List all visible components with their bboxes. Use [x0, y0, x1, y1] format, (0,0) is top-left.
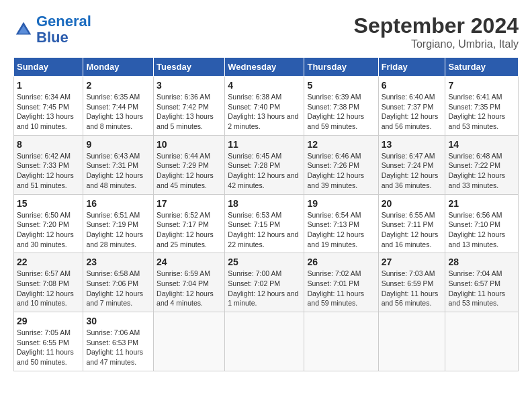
day-info: Sunrise: 6:56 AMSunset: 7:10 PMDaylight:…: [448, 210, 515, 250]
calendar-row: 15Sunrise: 6:50 AMSunset: 7:20 PMDayligh…: [14, 194, 519, 253]
column-header-thursday: Thursday: [304, 58, 378, 77]
calendar-cell: 21Sunrise: 6:56 AMSunset: 7:10 PMDayligh…: [445, 194, 519, 253]
title-section: September 2024 Torgiano, Umbria, Italy: [354, 13, 519, 50]
calendar-cell: 15Sunrise: 6:50 AMSunset: 7:20 PMDayligh…: [14, 194, 83, 253]
day-info: Sunrise: 6:51 AMSunset: 7:19 PMDaylight:…: [86, 210, 150, 250]
day-info: Sunrise: 6:57 AMSunset: 7:08 PMDaylight:…: [17, 269, 80, 308]
day-number: 14: [448, 139, 515, 150]
calendar-cell: 27Sunrise: 7:03 AMSunset: 6:59 PMDayligh…: [378, 253, 445, 312]
day-info: Sunrise: 6:36 AMSunset: 7:42 PMDaylight:…: [157, 92, 222, 132]
calendar-cell: 16Sunrise: 6:51 AMSunset: 7:19 PMDayligh…: [83, 194, 154, 253]
day-info: Sunrise: 7:05 AMSunset: 6:55 PMDaylight:…: [17, 328, 80, 367]
day-info: Sunrise: 6:39 AMSunset: 7:38 PMDaylight:…: [307, 92, 375, 132]
logo-text: General Blue: [36, 13, 91, 46]
day-number: 10: [157, 139, 222, 150]
day-number: 13: [382, 139, 443, 150]
day-number: 2: [86, 80, 150, 91]
calendar-cell: 3Sunrise: 6:36 AMSunset: 7:42 PMDaylight…: [154, 77, 225, 136]
day-number: 25: [228, 257, 301, 267]
logo-icon: [13, 19, 34, 40]
calendar-cell: 28Sunrise: 7:04 AMSunset: 6:57 PMDayligh…: [445, 253, 519, 312]
day-number: 20: [382, 198, 443, 209]
column-header-tuesday: Tuesday: [154, 58, 225, 77]
calendar-cell: [304, 312, 378, 371]
calendar-cell: [154, 312, 225, 371]
day-number: 12: [307, 139, 375, 150]
calendar-cell: 23Sunrise: 6:58 AMSunset: 7:06 PMDayligh…: [83, 253, 154, 312]
calendar-cell: 13Sunrise: 6:47 AMSunset: 7:24 PMDayligh…: [378, 135, 445, 194]
logo-line2: Blue: [36, 29, 69, 46]
calendar-cell: [225, 312, 304, 371]
calendar-cell: 14Sunrise: 6:48 AMSunset: 7:22 PMDayligh…: [445, 135, 519, 194]
day-number: 11: [228, 139, 301, 150]
logo-line1: General: [36, 13, 91, 30]
day-info: Sunrise: 6:55 AMSunset: 7:11 PMDaylight:…: [382, 210, 443, 250]
day-number: 29: [17, 316, 80, 326]
day-number: 26: [307, 257, 375, 267]
day-number: 22: [17, 257, 80, 267]
day-number: 16: [86, 198, 150, 209]
calendar-row: 1Sunrise: 6:34 AMSunset: 7:45 PMDaylight…: [14, 77, 519, 136]
day-info: Sunrise: 6:54 AMSunset: 7:13 PMDaylight:…: [307, 210, 375, 250]
day-info: Sunrise: 6:43 AMSunset: 7:31 PMDaylight:…: [86, 151, 150, 191]
page-title: September 2024: [354, 13, 519, 38]
column-header-wednesday: Wednesday: [225, 58, 304, 77]
logo: General Blue: [13, 13, 91, 46]
calendar-cell: 6Sunrise: 6:40 AMSunset: 7:37 PMDaylight…: [378, 77, 445, 136]
calendar-cell: 5Sunrise: 6:39 AMSunset: 7:38 PMDaylight…: [304, 77, 378, 136]
day-info: Sunrise: 6:38 AMSunset: 7:40 PMDaylight:…: [228, 92, 301, 132]
day-info: Sunrise: 6:40 AMSunset: 7:37 PMDaylight:…: [382, 92, 443, 132]
day-info: Sunrise: 6:50 AMSunset: 7:20 PMDaylight:…: [17, 210, 80, 250]
day-info: Sunrise: 6:46 AMSunset: 7:26 PMDaylight:…: [307, 151, 375, 191]
calendar-cell: 25Sunrise: 7:00 AMSunset: 7:02 PMDayligh…: [225, 253, 304, 312]
day-number: 23: [86, 257, 150, 267]
day-info: Sunrise: 6:44 AMSunset: 7:29 PMDaylight:…: [157, 151, 222, 191]
day-number: 30: [86, 316, 150, 326]
calendar-cell: 2Sunrise: 6:35 AMSunset: 7:44 PMDaylight…: [83, 77, 154, 136]
calendar-cell: 10Sunrise: 6:44 AMSunset: 7:29 PMDayligh…: [154, 135, 225, 194]
day-number: 19: [307, 198, 375, 209]
day-info: Sunrise: 6:45 AMSunset: 7:28 PMDaylight:…: [228, 151, 301, 191]
calendar-cell: 19Sunrise: 6:54 AMSunset: 7:13 PMDayligh…: [304, 194, 378, 253]
day-number: 3: [157, 80, 222, 91]
column-header-saturday: Saturday: [445, 58, 519, 77]
day-info: Sunrise: 6:52 AMSunset: 7:17 PMDaylight:…: [157, 210, 222, 250]
day-info: Sunrise: 7:00 AMSunset: 7:02 PMDaylight:…: [228, 269, 301, 308]
calendar-cell: 18Sunrise: 6:53 AMSunset: 7:15 PMDayligh…: [225, 194, 304, 253]
day-number: 5: [307, 80, 375, 91]
calendar-cell: 1Sunrise: 6:34 AMSunset: 7:45 PMDaylight…: [14, 77, 83, 136]
calendar-cell: 29Sunrise: 7:05 AMSunset: 6:55 PMDayligh…: [14, 312, 83, 371]
column-header-friday: Friday: [378, 58, 445, 77]
calendar-cell: 4Sunrise: 6:38 AMSunset: 7:40 PMDaylight…: [225, 77, 304, 136]
day-number: 15: [17, 198, 80, 209]
day-info: Sunrise: 6:53 AMSunset: 7:15 PMDaylight:…: [228, 210, 301, 250]
day-number: 18: [228, 198, 301, 209]
column-header-sunday: Sunday: [14, 58, 83, 77]
day-number: 9: [86, 139, 150, 150]
day-number: 27: [382, 257, 443, 267]
day-info: Sunrise: 6:59 AMSunset: 7:04 PMDaylight:…: [157, 269, 222, 308]
day-number: 6: [382, 80, 443, 91]
calendar-row: 22Sunrise: 6:57 AMSunset: 7:08 PMDayligh…: [14, 253, 519, 312]
calendar-row: 29Sunrise: 7:05 AMSunset: 6:55 PMDayligh…: [14, 312, 519, 371]
day-number: 1: [17, 80, 80, 91]
calendar-cell: 26Sunrise: 7:02 AMSunset: 7:01 PMDayligh…: [304, 253, 378, 312]
day-info: Sunrise: 6:41 AMSunset: 7:35 PMDaylight:…: [448, 92, 515, 132]
calendar-header-row: SundayMondayTuesdayWednesdayThursdayFrid…: [14, 58, 519, 77]
calendar-cell: 22Sunrise: 6:57 AMSunset: 7:08 PMDayligh…: [14, 253, 83, 312]
calendar-cell: [378, 312, 445, 371]
day-info: Sunrise: 6:58 AMSunset: 7:06 PMDaylight:…: [86, 269, 150, 308]
day-info: Sunrise: 7:03 AMSunset: 6:59 PMDaylight:…: [382, 269, 443, 308]
day-info: Sunrise: 6:47 AMSunset: 7:24 PMDaylight:…: [382, 151, 443, 191]
calendar-cell: 8Sunrise: 6:42 AMSunset: 7:33 PMDaylight…: [14, 135, 83, 194]
header: General Blue September 2024 Torgiano, Um…: [13, 13, 519, 50]
calendar-cell: 11Sunrise: 6:45 AMSunset: 7:28 PMDayligh…: [225, 135, 304, 194]
day-number: 8: [17, 139, 80, 150]
day-info: Sunrise: 7:02 AMSunset: 7:01 PMDaylight:…: [307, 269, 375, 308]
calendar-cell: 17Sunrise: 6:52 AMSunset: 7:17 PMDayligh…: [154, 194, 225, 253]
column-header-monday: Monday: [83, 58, 154, 77]
day-number: 4: [228, 80, 301, 91]
day-number: 28: [448, 257, 515, 267]
calendar-table: SundayMondayTuesdayWednesdayThursdayFrid…: [13, 57, 519, 371]
day-info: Sunrise: 7:06 AMSunset: 6:53 PMDaylight:…: [86, 328, 150, 367]
